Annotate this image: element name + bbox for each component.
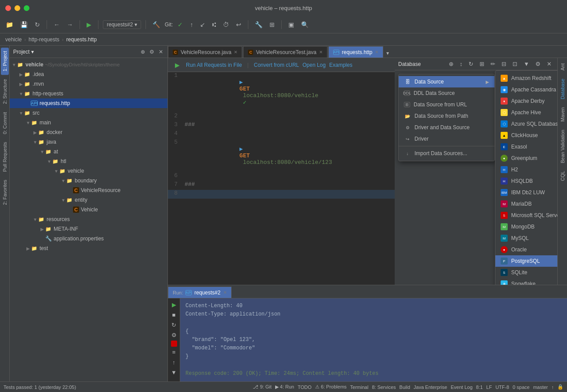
project-options-icon[interactable]: ⚙: [149, 48, 155, 56]
services-status[interactable]: 8: Services: [372, 385, 396, 390]
menu-item-ddl-data-source[interactable]: DDL DDL Data Source: [399, 87, 494, 99]
menu-item-data-source-from-path[interactable]: 📂 Data Source from Path: [399, 110, 494, 122]
vtab-bean-validation[interactable]: Bean Validation: [559, 126, 567, 167]
db-schema-icon[interactable]: ⊞: [477, 59, 487, 69]
bottom-rerun-icon[interactable]: ↻: [169, 320, 178, 330]
push-icon[interactable]: ↑: [552, 385, 554, 390]
run-all-button[interactable]: Run All Requests in File: [186, 62, 242, 68]
db-refresh-icon[interactable]: ↻: [466, 59, 476, 69]
save-icon[interactable]: 💾: [18, 20, 30, 29]
db-close-icon[interactable]: ✕: [545, 59, 554, 69]
build-icon[interactable]: 🔨: [150, 20, 162, 29]
run-icon[interactable]: ▶: [84, 20, 94, 29]
vtab-cql[interactable]: CQL: [559, 167, 567, 185]
submenu-item-clickhouse[interactable]: ▲ ClickHouse: [495, 130, 557, 141]
vtab-maven[interactable]: Maven: [559, 104, 567, 125]
tree-item-test[interactable]: ▶ 📁 test: [10, 243, 167, 253]
bottom-tab-requests[interactable]: Run: API requests#2 ✕: [168, 287, 232, 298]
vtab-structure[interactable]: 2: Structure: [1, 76, 9, 108]
submenu-item-h2[interactable]: H H2: [495, 164, 557, 175]
terminal-icon[interactable]: ▣: [286, 20, 296, 29]
tree-item-meta-inf[interactable]: ▶ 📁 META-INF: [10, 224, 167, 234]
project-dropdown[interactable]: requests#2 ▾: [103, 20, 141, 29]
submenu-item-ibm[interactable]: IBM IBM Db2 LUW: [495, 187, 557, 198]
tree-item-java[interactable]: ▼ 📁 java: [10, 137, 167, 147]
git-status[interactable]: ⎇ 9: Git: [253, 384, 271, 390]
submenu-item-sqlite[interactable]: S SQLite: [495, 267, 557, 278]
tree-item-requests-http[interactable]: API requests.http: [10, 98, 167, 108]
tree-item-src[interactable]: ▼ 📁 src: [10, 108, 167, 118]
tree-item-application-properties[interactable]: 🔧 application.properties: [10, 234, 167, 243]
refresh-icon[interactable]: ↻: [33, 20, 42, 29]
examples-button[interactable]: Examples: [329, 62, 353, 68]
db-filter-icon[interactable]: ▼: [521, 59, 531, 69]
tree-item-htl[interactable]: ▼ 📁 htl: [10, 156, 167, 166]
tab-close-icon[interactable]: ✕: [375, 50, 378, 54]
menu-item-data-source[interactable]: 🗄 Data Source ▶: [399, 76, 494, 87]
tab-requests-http[interactable]: API requests.http ✕: [328, 46, 383, 58]
git-check-icon[interactable]: ✓: [175, 20, 185, 29]
vtab-project[interactable]: 1: Project: [1, 47, 9, 75]
run-status[interactable]: ▶ 4: Run: [275, 384, 294, 390]
tree-item-at[interactable]: ▼ 📁 at: [10, 147, 167, 156]
tree-item-mvn[interactable]: ▶ 📁 .mvn: [10, 79, 167, 89]
run-all-icon[interactable]: ▶: [172, 61, 182, 69]
bottom-filter-icon[interactable]: ▼: [169, 368, 179, 377]
submenu-item-apache-cassandra[interactable]: ◉ Apache Cassandra: [495, 84, 557, 95]
tree-item-idea[interactable]: ▶ 📁 .idea: [10, 69, 167, 79]
db-sync-icon[interactable]: ↕: [458, 59, 465, 69]
settings-icon[interactable]: 🔧: [253, 20, 265, 29]
tree-item-vehicle-class[interactable]: C Vehicle: [10, 205, 167, 214]
bottom-list-icon[interactable]: ≡: [170, 348, 178, 357]
back-icon[interactable]: ←: [51, 20, 62, 29]
tree-item-http-requests[interactable]: ▼ 📁 http-requests: [10, 89, 167, 98]
breadcrumb-vehicle[interactable]: vehicle: [5, 36, 22, 43]
problems-status[interactable]: ⚠ 6: Problems: [315, 384, 347, 390]
submenu-item-hsqldb[interactable]: H HSQLDB: [495, 175, 557, 187]
submenu-item-exasol[interactable]: E Exasol: [495, 141, 557, 152]
maximize-button[interactable]: [24, 5, 29, 11]
submenu-item-azure-sql[interactable]: ⬡ Azure SQL Database: [495, 118, 557, 130]
vtab-database[interactable]: Database: [559, 75, 567, 103]
tree-item-vehicle-folder[interactable]: ▼ 📁 vehicle: [10, 166, 167, 176]
tab-close-icon[interactable]: ✕: [223, 290, 227, 295]
tab-close-icon[interactable]: ✕: [319, 50, 323, 54]
folder-icon[interactable]: 📁: [4, 20, 15, 29]
tab-vehicle-resource-test[interactable]: C VehicleResourceTest.java ✕: [243, 46, 327, 58]
terminal-status[interactable]: Terminal: [350, 385, 369, 390]
db-add-icon[interactable]: ⊕: [447, 59, 456, 69]
project-add-icon[interactable]: ⊕: [140, 48, 146, 56]
vcs-icon[interactable]: ⊞: [267, 20, 277, 29]
search-icon[interactable]: 🔍: [299, 20, 311, 29]
branch-name[interactable]: master: [533, 385, 548, 390]
menu-item-data-source-from-url[interactable]: ⊞ Data Source from URL: [399, 99, 494, 110]
submenu-item-postgresql[interactable]: P PostgreSQL: [495, 255, 557, 267]
open-log-button[interactable]: Open Log: [302, 62, 326, 68]
menu-item-driver[interactable]: ↪ Driver: [399, 133, 494, 145]
vtab-favorites[interactable]: 2: Favorites: [1, 176, 9, 208]
tree-item-docker[interactable]: ▶ 📁 docker: [10, 127, 167, 137]
close-button[interactable]: [5, 5, 11, 11]
breadcrumb-http-requests[interactable]: http-requests: [29, 36, 59, 43]
more-tabs-icon[interactable]: ▾: [384, 49, 391, 58]
java-enterprise-status[interactable]: Java Enterprise: [414, 385, 447, 390]
git-revert-icon[interactable]: ↩: [234, 20, 244, 29]
submenu-item-oracle[interactable]: ● Oracle: [495, 244, 557, 255]
submenu-item-mssql[interactable]: S Microsoft SQL Server: [495, 210, 557, 221]
bottom-up-icon[interactable]: ↑: [170, 358, 178, 367]
git-pull-icon[interactable]: ↙: [198, 20, 207, 29]
event-log-status[interactable]: Event Log: [451, 385, 472, 390]
db-edit-icon[interactable]: ✏: [488, 59, 498, 69]
bottom-run-icon[interactable]: ▶: [170, 300, 178, 309]
db-query-icon[interactable]: ⊡: [510, 59, 520, 69]
breadcrumb-requests-http[interactable]: requests.http: [66, 36, 97, 43]
tree-item-main[interactable]: ▼ 📁 main: [10, 118, 167, 127]
submenu-item-mariadb[interactable]: M MariaDB: [495, 198, 557, 210]
vtab-commit[interactable]: 0: Commit: [1, 109, 9, 138]
db-settings-icon[interactable]: ⚙: [533, 59, 543, 69]
submenu-item-mongodb[interactable]: M MongoDB: [495, 221, 557, 232]
build-status[interactable]: Build: [400, 385, 410, 390]
submenu-item-amazon-redshift[interactable]: ▲ Amazon Redshift: [495, 73, 557, 84]
menu-item-driver-and-data-source[interactable]: ⚙ Driver and Data Source: [399, 122, 494, 133]
bottom-settings-icon[interactable]: ⚙: [169, 330, 179, 340]
